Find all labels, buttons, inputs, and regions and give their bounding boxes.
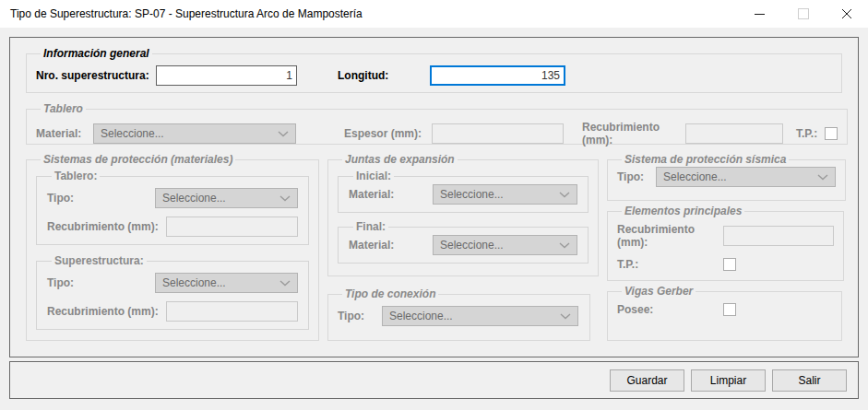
column-middle: Juntas de expansión Inicial: Material: S… bbox=[327, 153, 590, 341]
form-panel: Información general Nro. superestructura… bbox=[9, 37, 859, 357]
chevron-down-icon bbox=[559, 242, 570, 249]
group-elementos-principales: Elementos principales Recubrimiento (mm)… bbox=[607, 205, 844, 281]
longitud-input[interactable] bbox=[430, 65, 565, 86]
tablero-tp-label: T.P.: bbox=[796, 127, 817, 140]
salir-button[interactable]: Salir bbox=[772, 369, 847, 392]
group-juntas-expansion: Juntas de expansión Inicial: Material: S… bbox=[327, 153, 599, 276]
titlebar: Tipo de Superestructura: SP-07 - Superes… bbox=[0, 0, 868, 28]
conexion-tipo-label: Tipo: bbox=[338, 310, 382, 322]
guardar-button[interactable]: Guardar bbox=[610, 369, 684, 392]
subgroup-proteccion-tablero-title: Tablero: bbox=[52, 170, 100, 182]
prot-super-tipo-dropdown[interactable]: Seleccione... bbox=[155, 273, 298, 293]
chevron-down-icon bbox=[817, 174, 828, 181]
junta-inicial-row: Material: Seleccione... bbox=[349, 184, 577, 205]
minimize-button[interactable] bbox=[738, 0, 781, 28]
prot-tablero-tipo-row: Tipo: Seleccione... bbox=[47, 188, 298, 208]
group-informacion-general-title: Información general bbox=[41, 47, 152, 60]
prot-super-tipo-row: Tipo: Seleccione... bbox=[47, 273, 298, 293]
vigas-posee-row: Posee: bbox=[617, 303, 832, 316]
sismica-row: Tipo: Seleccione... bbox=[617, 167, 836, 187]
group-vigas-gerber: Vigas Gerber Posee: bbox=[607, 285, 842, 341]
prot-tablero-tipo-dropdown-value: Seleccione... bbox=[162, 192, 226, 205]
prot-super-recubrimiento-input[interactable] bbox=[166, 301, 298, 322]
prot-super-tipo-dropdown-value: Seleccione... bbox=[162, 276, 226, 289]
espesor-input[interactable] bbox=[432, 123, 564, 144]
sismica-tipo-dropdown-value: Seleccione... bbox=[663, 170, 727, 183]
subgroup-junta-inicial: Inicial: Material: Seleccione... bbox=[338, 170, 589, 213]
dialog-window: Tipo de Superestructura: SP-07 - Superes… bbox=[0, 0, 868, 410]
tablero-row: Material: Seleccione... Espesor (mm): Re… bbox=[36, 121, 838, 146]
nro-superestructura-input[interactable] bbox=[156, 65, 297, 86]
conexion-tipo-dropdown-value: Seleccione... bbox=[389, 310, 453, 322]
elementos-recubrimiento-input[interactable] bbox=[723, 226, 834, 246]
form-columns: Sistemas de protección (materiales) Tabl… bbox=[26, 153, 842, 341]
group-sistema-proteccion-sismica: Sistema de protección sísmica Tipo: Sele… bbox=[607, 153, 846, 201]
minimize-icon bbox=[755, 14, 765, 15]
sismica-tipo-label: Tipo: bbox=[617, 170, 656, 183]
junta-final-row: Material: Seleccione... bbox=[349, 235, 577, 255]
prot-tablero-tipo-dropdown[interactable]: Seleccione... bbox=[155, 188, 298, 208]
tablero-tp-checkbox[interactable] bbox=[825, 127, 838, 140]
junta-inicial-material-label: Material: bbox=[349, 188, 433, 201]
elementos-tp-checkbox[interactable] bbox=[723, 258, 736, 271]
group-tipo-conexion: Tipo de conexión Tipo: Seleccione... bbox=[327, 287, 590, 341]
prot-tablero-recubrimiento-row: Recubrimiento (mm): bbox=[47, 217, 298, 237]
group-informacion-general: Información general Nro. superestructura… bbox=[26, 47, 842, 93]
nro-superestructura-label: Nro. superestructura: bbox=[36, 69, 156, 82]
vigas-posee-checkbox[interactable] bbox=[723, 303, 736, 316]
group-juntas-expansion-title: Juntas de expansión bbox=[342, 153, 458, 166]
chevron-down-icon bbox=[279, 280, 291, 287]
junta-final-material-label: Material: bbox=[349, 239, 433, 252]
subgroup-junta-final: Final: Material: Seleccione... bbox=[338, 220, 589, 264]
window-controls bbox=[738, 0, 868, 28]
window-title: Tipo de Superestructura: SP-07 - Superes… bbox=[0, 7, 363, 20]
material-dropdown[interactable]: Seleccione... bbox=[93, 123, 296, 144]
chevron-down-icon bbox=[559, 192, 570, 198]
longitud-label: Longitud: bbox=[338, 69, 430, 82]
vigas-posee-label: Posee: bbox=[617, 303, 723, 316]
limpiar-button[interactable]: Limpiar bbox=[691, 369, 766, 392]
group-elementos-principales-title: Elementos principales bbox=[622, 205, 744, 217]
prot-tablero-tipo-label: Tipo: bbox=[47, 192, 155, 205]
general-row: Nro. superestructura: Longitud: bbox=[36, 65, 832, 86]
group-vigas-gerber-title: Vigas Gerber bbox=[622, 285, 696, 298]
elementos-recubrimiento-label: Recubrimiento (mm): bbox=[617, 223, 723, 249]
prot-super-recubrimiento-row: Recubrimiento (mm): bbox=[47, 301, 298, 322]
chevron-down-icon bbox=[279, 195, 291, 202]
column-left: Sistemas de protección (materiales) Tabl… bbox=[26, 153, 311, 341]
tablero-recubrimiento-input[interactable] bbox=[685, 123, 783, 144]
tablero-recubrimiento-label: Recubrimiento (mm): bbox=[582, 121, 685, 146]
group-tablero: Tablero Material: Seleccione... Espesor … bbox=[26, 102, 848, 145]
chevron-down-icon bbox=[560, 313, 571, 320]
material-label: Material: bbox=[36, 127, 93, 140]
subgroup-proteccion-superestructura-title: Superestructura: bbox=[52, 254, 147, 267]
subgroup-junta-final-title: Final: bbox=[353, 220, 388, 233]
junta-inicial-material-dropdown[interactable]: Seleccione... bbox=[433, 184, 577, 205]
conexion-row: Tipo: Seleccione... bbox=[338, 306, 580, 326]
group-tablero-title: Tablero bbox=[41, 102, 86, 115]
prot-tablero-recubrimiento-input[interactable] bbox=[166, 217, 298, 237]
subgroup-proteccion-superestructura: Superestructura: Tipo: Seleccione... Rec… bbox=[36, 254, 309, 330]
prot-tablero-recubrimiento-label: Recubrimiento (mm): bbox=[47, 220, 166, 233]
material-dropdown-value: Seleccione... bbox=[101, 127, 164, 140]
group-sistema-proteccion-sismica-title: Sistema de protección sísmica bbox=[622, 153, 789, 166]
espesor-label: Espesor (mm): bbox=[344, 127, 432, 140]
prot-super-tipo-label: Tipo: bbox=[47, 276, 155, 289]
chevron-down-icon bbox=[278, 131, 289, 137]
elementos-tp-label: T.P.: bbox=[617, 258, 723, 271]
junta-final-material-dropdown[interactable]: Seleccione... bbox=[433, 235, 577, 255]
column-right: Sistema de protección sísmica Tipo: Sele… bbox=[607, 153, 842, 341]
group-tipo-conexion-title: Tipo de conexión bbox=[342, 287, 438, 300]
close-button[interactable] bbox=[825, 0, 868, 28]
close-icon bbox=[841, 8, 852, 19]
conexion-tipo-dropdown[interactable]: Seleccione... bbox=[382, 306, 578, 326]
subgroup-junta-inicial-title: Inicial: bbox=[353, 170, 394, 182]
action-button-panel: Guardar Limpiar Salir bbox=[9, 361, 859, 399]
maximize-button[interactable] bbox=[781, 0, 825, 28]
group-sistemas-proteccion-materiales: Sistemas de protección (materiales) Tabl… bbox=[26, 153, 319, 341]
group-sistemas-proteccion-materiales-title: Sistemas de protección (materiales) bbox=[41, 153, 235, 166]
subgroup-proteccion-tablero: Tablero: Tipo: Seleccione... Recubrimien… bbox=[36, 170, 309, 245]
prot-super-recubrimiento-label: Recubrimiento (mm): bbox=[47, 305, 166, 318]
junta-final-material-dropdown-value: Seleccione... bbox=[440, 239, 504, 252]
sismica-tipo-dropdown[interactable]: Seleccione... bbox=[656, 167, 836, 187]
